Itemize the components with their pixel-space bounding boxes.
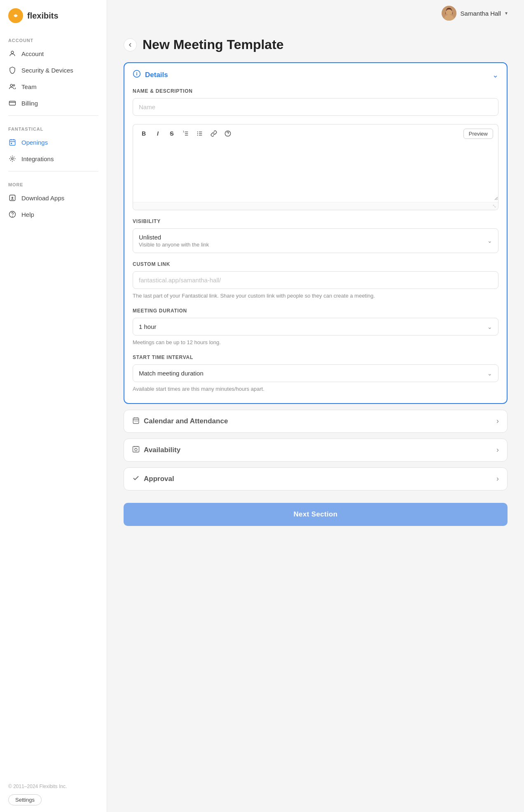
sidebar-item-label: Account <box>21 50 44 57</box>
custom-link-label: CUSTOM LINK <box>133 261 498 267</box>
page-header: New Meeting Template <box>124 37 508 52</box>
logo: flexibits <box>0 0 107 31</box>
sidebar-item-security-devices[interactable]: Security & Devices <box>0 62 107 78</box>
start-time-label: START TIME INTERVAL <box>133 354 498 360</box>
description-textarea[interactable] <box>133 143 498 200</box>
sidebar-item-label: Integrations <box>21 155 54 162</box>
approval-header[interactable]: Approval › <box>124 468 507 490</box>
person-icon <box>8 49 16 58</box>
approval-title: Approval <box>144 475 174 483</box>
meeting-duration-section: MEETING DURATION 1 hour ⌄ Meetings can b… <box>133 308 498 346</box>
strikethrough-button[interactable]: S <box>166 128 178 139</box>
svg-text:1.: 1. <box>183 131 185 133</box>
start-time-chevron-icon: ⌄ <box>487 370 492 377</box>
availability-title: Availability <box>144 446 180 454</box>
sidebar-item-label: Help <box>21 211 34 218</box>
back-button[interactable] <box>124 38 137 52</box>
availability-header[interactable]: Availability › <box>124 439 507 461</box>
sidebar-item-help[interactable]: Help <box>0 206 107 223</box>
visibility-dropdown-text: Unlisted Visible to anyone with the link <box>139 234 209 248</box>
sidebar-item-openings[interactable]: Openings <box>0 134 107 150</box>
visibility-dropdown-chevron-icon: ⌄ <box>487 237 492 244</box>
name-description-label: NAME & DESCRIPTION <box>133 88 498 94</box>
settings-button[interactable]: Settings <box>8 794 42 805</box>
preview-button[interactable]: Preview <box>463 129 493 139</box>
svg-rect-4 <box>9 101 16 106</box>
calendar-attendance-header[interactable]: Calendar and Attendance › <box>124 410 507 432</box>
italic-button[interactable]: I <box>152 128 164 139</box>
start-time-value: Match meeting duration <box>139 370 204 377</box>
resize-handle: ⤡ <box>133 202 498 210</box>
meeting-duration-dropdown[interactable]: 1 hour ⌄ <box>133 318 498 336</box>
sidebar-section-more: MORE <box>0 176 107 190</box>
logo-text: flexibits <box>27 11 58 21</box>
meeting-duration-helper: Meetings can be up to 12 hours long. <box>133 339 498 346</box>
sidebar-item-download-apps[interactable]: Download Apps <box>0 190 107 206</box>
integrations-icon <box>8 155 16 163</box>
visibility-section: VISIBILITY Unlisted Visible to anyone wi… <box>133 218 498 253</box>
sidebar-footer: © 2011–2024 Flexibits Inc. Settings <box>0 777 107 812</box>
custom-link-input[interactable] <box>133 271 498 289</box>
calendar-attendance-title: Calendar and Attendance <box>144 417 228 425</box>
sidebar-item-billing[interactable]: Billing <box>0 95 107 111</box>
sidebar-section-account: ACCOUNT <box>0 31 107 45</box>
sidebar-item-label: Openings <box>21 139 48 146</box>
shield-icon <box>8 66 16 74</box>
start-time-section: START TIME INTERVAL Match meeting durati… <box>133 354 498 393</box>
meeting-duration-label: MEETING DURATION <box>133 308 498 314</box>
logo-icon <box>8 8 23 23</box>
check-icon <box>132 474 140 483</box>
availability-card: Availability › <box>124 439 508 462</box>
custom-link-section: CUSTOM LINK The last part of your Fantas… <box>133 261 498 300</box>
sidebar-item-label: Billing <box>21 100 38 107</box>
svg-rect-6 <box>11 143 12 144</box>
svg-point-10 <box>12 216 13 216</box>
svg-rect-5 <box>9 140 15 146</box>
availability-chevron-icon: › <box>496 446 499 454</box>
details-card-body: NAME & DESCRIPTION B I S 1. <box>124 88 507 403</box>
sidebar-item-account[interactable]: Account <box>0 45 107 62</box>
download-icon <box>8 194 16 202</box>
user-name: Samantha Hall <box>461 10 501 17</box>
name-input[interactable] <box>133 98 498 116</box>
meeting-duration-value: 1 hour <box>139 323 157 330</box>
visibility-dropdown[interactable]: Unlisted Visible to anyone with the link… <box>133 228 498 253</box>
details-card-header-left: Details <box>133 70 168 80</box>
people-icon <box>8 82 16 91</box>
description-section: B I S 1. <box>133 124 498 210</box>
svg-point-26 <box>197 135 198 136</box>
calendar-attendance-chevron-icon: › <box>496 417 499 425</box>
availability-header-left: Availability <box>132 446 180 455</box>
visibility-sub: Visible to anyone with the link <box>139 242 209 248</box>
svg-point-2 <box>10 84 12 86</box>
svg-point-24 <box>197 131 198 132</box>
calendar-attendance-header-left: Calendar and Attendance <box>132 417 228 426</box>
main-content: New Meeting Template Details ⌄ NAME & DE… <box>107 0 524 812</box>
svg-rect-29 <box>133 418 139 424</box>
text-toolbar: B I S 1. <box>133 124 498 143</box>
sidebar-item-integrations[interactable]: Integrations <box>0 150 107 167</box>
start-time-helper: Available start times are this many minu… <box>133 385 498 393</box>
svg-point-25 <box>197 133 198 134</box>
next-section-button[interactable]: Next Section <box>124 503 508 526</box>
sidebar-item-label: Security & Devices <box>21 67 73 74</box>
details-card-header[interactable]: Details ⌄ <box>124 63 507 87</box>
sidebar-item-team[interactable]: Team <box>0 78 107 95</box>
help-button[interactable] <box>222 128 234 139</box>
ordered-list-button[interactable]: 1. <box>180 128 192 139</box>
sidebar-item-label: Download Apps <box>21 195 64 202</box>
info-icon <box>133 70 141 80</box>
user-menu[interactable]: Samantha Hall ▾ <box>442 6 508 21</box>
start-time-dropdown[interactable]: Match meeting duration ⌄ <box>133 364 498 382</box>
user-menu-chevron-icon: ▾ <box>505 10 508 16</box>
approval-card: Approval › <box>124 467 508 490</box>
copyright-text: © 2011–2024 Flexibits Inc. <box>8 784 98 789</box>
card-icon <box>8 99 16 107</box>
bold-button[interactable]: B <box>138 128 150 139</box>
unordered-list-button[interactable] <box>194 128 206 139</box>
visibility-label: VISIBILITY <box>133 218 498 224</box>
svg-point-28 <box>227 135 228 135</box>
calendar-attendance-card: Calendar and Attendance › <box>124 410 508 433</box>
link-button[interactable] <box>208 128 220 139</box>
approval-header-left: Approval <box>132 474 174 483</box>
